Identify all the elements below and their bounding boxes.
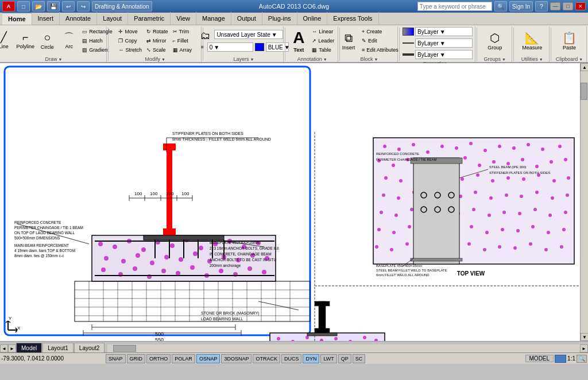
dyn-btn[interactable]: DYN bbox=[303, 354, 319, 363]
help-btn[interactable]: ? bbox=[535, 1, 548, 11]
scroll-right-end[interactable]: ► bbox=[580, 344, 588, 352]
sc-btn[interactable]: SC bbox=[353, 354, 366, 363]
arc-tool[interactable]: ⌒ Arc bbox=[59, 27, 79, 55]
grid-btn[interactable]: GRID bbox=[127, 354, 146, 363]
mirror-tool[interactable]: ⇄ Mirror bbox=[145, 37, 170, 45]
layout-tab-model[interactable]: Model bbox=[16, 343, 42, 352]
color-preview bbox=[403, 28, 414, 36]
keyword-search-input[interactable] bbox=[417, 2, 492, 11]
snap-btn[interactable]: SNAP bbox=[106, 354, 126, 363]
tab-insert[interactable]: Insert bbox=[32, 12, 60, 25]
rotate-tool[interactable]: ↻ Rotate bbox=[145, 28, 170, 36]
layout-tab-layout1[interactable]: Layout1 bbox=[42, 343, 74, 352]
open-btn[interactable]: 📂 bbox=[32, 1, 45, 11]
modify-group: ✛ Move ❐ Copy ↔ Stretch ↻ Rotate ⇄ Mirro… bbox=[110, 26, 202, 62]
tab-output[interactable]: Output bbox=[231, 12, 262, 25]
scroll-track-v[interactable] bbox=[581, 71, 588, 333]
text-tool[interactable]: A Text bbox=[288, 27, 309, 55]
leader-tool[interactable]: ↗ Leader bbox=[310, 37, 336, 45]
save-btn[interactable]: 💾 bbox=[47, 1, 60, 11]
polar-btn[interactable]: POLAR bbox=[172, 354, 195, 363]
tab-parametric[interactable]: Parametric bbox=[128, 12, 171, 25]
svg-point-51 bbox=[161, 269, 166, 273]
h-scrollbar[interactable] bbox=[107, 344, 580, 352]
linetype-dropdown[interactable]: ByLayer ▼ bbox=[415, 38, 473, 48]
fillet-tool[interactable]: ⌐ Fillet bbox=[171, 37, 194, 45]
layers-group-label[interactable]: Layers ▼ bbox=[234, 56, 254, 62]
tab-plugins[interactable]: Plug-ins bbox=[262, 12, 297, 25]
ortho-btn[interactable]: ORTHO bbox=[146, 354, 171, 363]
paste-tool[interactable]: 📋 Paste bbox=[559, 27, 579, 55]
qp-btn[interactable]: QP bbox=[338, 354, 351, 363]
new-btn[interactable]: □ bbox=[17, 1, 30, 11]
title-buttons: 🔍 Sign In ? — □ ✕ bbox=[417, 1, 586, 11]
layout-tab-layout2[interactable]: Layout2 bbox=[74, 343, 105, 352]
h-scroll-thumb[interactable] bbox=[113, 345, 136, 352]
scroll-thumb-v[interactable] bbox=[581, 83, 587, 100]
block-group-label[interactable]: Block ▼ bbox=[360, 56, 378, 62]
annotation-group-label[interactable]: Annotation ▼ bbox=[297, 56, 327, 62]
workspace-dropdown[interactable]: Drafting & Annotation bbox=[92, 1, 152, 11]
layer-state-dropdown[interactable]: Unsaved Layer State ▼ bbox=[214, 30, 283, 39]
tab-scroll-left[interactable]: ◄ bbox=[0, 344, 8, 352]
tab-manage[interactable]: Manage bbox=[196, 12, 231, 25]
scroll-down-btn[interactable]: ▼ bbox=[581, 333, 588, 341]
ducs-btn[interactable]: DUCS bbox=[281, 354, 302, 363]
layer-name-dropdown[interactable]: 0 ▼ bbox=[207, 42, 253, 52]
move-tool[interactable]: ✛ Move bbox=[117, 28, 144, 36]
scroll-up-btn[interactable]: ▲ bbox=[581, 63, 588, 71]
tab-home[interactable]: Home bbox=[2, 12, 32, 25]
insert-block-tool[interactable]: ⧉ Insert bbox=[338, 27, 359, 55]
edit-attributes-tool[interactable]: ≡ Edit Attributes bbox=[360, 46, 400, 55]
scale-tool[interactable]: ⤡ Scale bbox=[145, 46, 170, 55]
copy-tool[interactable]: ❐ Copy bbox=[117, 37, 144, 45]
layer-match-btn[interactable]: ≡ bbox=[199, 43, 205, 52]
measure-tool[interactable]: 📐 Measure bbox=[522, 27, 543, 55]
utilities-group-label[interactable]: Utilities ▼ bbox=[521, 56, 543, 62]
minimize-btn[interactable]: — bbox=[550, 2, 560, 10]
maximize-btn[interactable]: □ bbox=[563, 2, 573, 10]
lwt-btn[interactable]: LWT bbox=[320, 354, 336, 363]
undo-btn[interactable]: ↩ bbox=[62, 1, 75, 11]
polyline-tool[interactable]: ⌐ Polyline bbox=[15, 27, 36, 55]
table-tool[interactable]: ▦ Table bbox=[310, 46, 336, 55]
layer-properties-btn[interactable]: 🗂 bbox=[199, 30, 212, 41]
tab-annotate[interactable]: Annotate bbox=[60, 12, 97, 25]
group-tool[interactable]: ⬡ Group bbox=[485, 27, 505, 55]
array-tool[interactable]: ▦ Array bbox=[171, 46, 194, 55]
clipboard-group-label[interactable]: Clipboard ▼ bbox=[556, 56, 583, 62]
app-icon[interactable]: A bbox=[2, 1, 15, 11]
create-block-tool[interactable]: + Create bbox=[360, 28, 400, 36]
stretch-tool[interactable]: ↔ Stretch bbox=[117, 46, 144, 55]
vertical-scrollbar[interactable]: ▲ ▼ bbox=[580, 63, 588, 341]
tab-scroll-right[interactable]: ► bbox=[8, 344, 16, 352]
trim-tool[interactable]: ✂ Trim bbox=[171, 28, 194, 36]
groups-group-label[interactable]: Groups ▼ bbox=[484, 56, 506, 62]
draw-group-label[interactable]: Draw ▼ bbox=[45, 56, 62, 62]
tab-express[interactable]: Express Tools bbox=[327, 12, 378, 25]
modify-group-label[interactable]: Modify ▼ bbox=[145, 56, 165, 62]
lineweight-dropdown[interactable]: ByLayer ▼ bbox=[415, 50, 473, 59]
linear-dim-tool[interactable]: ↔ Linear bbox=[310, 28, 336, 36]
svg-text:550: 550 bbox=[155, 337, 164, 341]
sign-in-btn[interactable]: Sign In bbox=[509, 1, 533, 11]
close-btn[interactable]: ✕ bbox=[575, 2, 586, 10]
tab-online[interactable]: Online bbox=[297, 12, 328, 25]
osnap-btn[interactable]: OSNAP bbox=[196, 354, 220, 363]
search-btn[interactable]: 🔍 bbox=[494, 1, 507, 11]
svg-point-148 bbox=[506, 176, 510, 180]
drawing-canvas[interactable]: 100 100 100 100 500 550 STIFFENER PLATES… bbox=[0, 63, 580, 341]
3dosnap-btn[interactable]: 3DOSNAP bbox=[221, 354, 252, 363]
svg-point-121 bbox=[498, 145, 501, 148]
redo-btn[interactable]: ↪ bbox=[77, 1, 90, 11]
linetype-preview bbox=[403, 42, 414, 44]
svg-text:STEEL BEAM (IPE 300): STEEL BEAM (IPE 300) bbox=[489, 165, 526, 169]
zoom-btn[interactable]: 🔍 bbox=[577, 355, 587, 363]
color-dropdown[interactable]: ByLayer ▼ bbox=[415, 27, 473, 36]
circle-tool[interactable]: ○ Circle bbox=[37, 27, 57, 55]
edit-block-tool[interactable]: ✎ Edit bbox=[360, 37, 400, 45]
tab-view[interactable]: View bbox=[171, 12, 196, 25]
tab-layout[interactable]: Layout bbox=[97, 12, 128, 25]
line-tool[interactable]: ╱ Line bbox=[0, 27, 14, 55]
otrack-btn[interactable]: OTRACK bbox=[253, 354, 280, 363]
